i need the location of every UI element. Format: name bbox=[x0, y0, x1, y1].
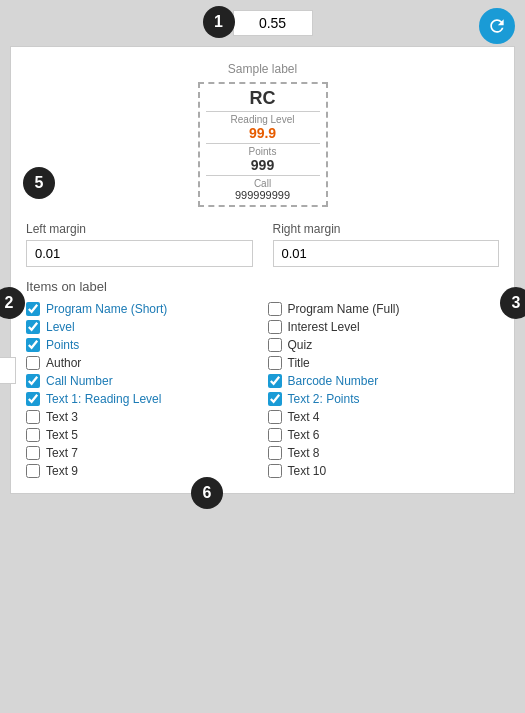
side-value-container bbox=[0, 357, 16, 384]
checkbox[interactable] bbox=[26, 410, 40, 424]
checkbox[interactable] bbox=[268, 320, 282, 334]
points-label: Points bbox=[206, 146, 320, 157]
right-margin-field: Right margin bbox=[273, 222, 500, 267]
call-value: 999999999 bbox=[206, 189, 320, 201]
checkbox[interactable] bbox=[26, 446, 40, 460]
list-item: Call Number bbox=[26, 374, 258, 388]
badge-5: 5 bbox=[23, 167, 55, 199]
left-margin-label: Left margin bbox=[26, 222, 253, 236]
checkbox-label: Text 3 bbox=[46, 410, 78, 424]
sample-label-section: Sample label RC Reading Level 99.9 Point… bbox=[26, 62, 499, 207]
margins-row: Left margin Right margin bbox=[26, 222, 499, 267]
checkbox-label: Program Name (Full) bbox=[288, 302, 400, 316]
label-box: RC Reading Level 99.9 Points 999 Call 99… bbox=[198, 82, 328, 207]
list-item: Text 7 bbox=[26, 446, 258, 460]
sample-label-title: Sample label bbox=[198, 62, 328, 76]
points-value: 999 bbox=[206, 157, 320, 176]
list-item: Quiz bbox=[268, 338, 500, 352]
checkbox[interactable] bbox=[26, 302, 40, 316]
badge-3: 3 bbox=[500, 287, 525, 319]
checkbox-label: Interest Level bbox=[288, 320, 360, 334]
checkbox[interactable] bbox=[26, 392, 40, 406]
checkbox[interactable] bbox=[268, 302, 282, 316]
list-item: Text 6 bbox=[268, 428, 500, 442]
list-item: Interest Level bbox=[268, 320, 500, 334]
checkbox-label: Quiz bbox=[288, 338, 313, 352]
checkbox-label: Author bbox=[46, 356, 81, 370]
list-item: Level bbox=[26, 320, 258, 334]
side-value-input[interactable] bbox=[0, 358, 15, 383]
checkbox[interactable] bbox=[268, 446, 282, 460]
checkbox-label: Text 7 bbox=[46, 446, 78, 460]
checkbox-label: Text 5 bbox=[46, 428, 78, 442]
checkbox-label: Text 1: Reading Level bbox=[46, 392, 161, 406]
list-item: Text 3 bbox=[26, 410, 258, 424]
checkbox[interactable] bbox=[268, 338, 282, 352]
list-item: Program Name (Short) bbox=[26, 302, 258, 316]
checkbox-label: Points bbox=[46, 338, 79, 352]
badge-1: 1 bbox=[203, 6, 235, 38]
reading-level-label: Reading Level bbox=[206, 114, 320, 125]
list-item: Text 1: Reading Level bbox=[26, 392, 258, 406]
checkbox-label: Text 6 bbox=[288, 428, 320, 442]
checkbox[interactable] bbox=[26, 464, 40, 478]
list-item: Points bbox=[26, 338, 258, 352]
checkbox[interactable] bbox=[268, 464, 282, 478]
list-item: Program Name (Full) bbox=[268, 302, 500, 316]
right-margin-label: Right margin bbox=[273, 222, 500, 236]
checkbox[interactable] bbox=[268, 374, 282, 388]
list-item: Author bbox=[26, 356, 258, 370]
checkbox[interactable] bbox=[268, 428, 282, 442]
items-grid: Program Name (Short)Program Name (Full)L… bbox=[26, 302, 499, 478]
checkbox-label: Text 4 bbox=[288, 410, 320, 424]
left-margin-input[interactable] bbox=[26, 240, 253, 267]
refresh-icon bbox=[487, 16, 507, 36]
refresh-button[interactable] bbox=[479, 8, 515, 44]
checkbox[interactable] bbox=[26, 356, 40, 370]
checkbox-label: Barcode Number bbox=[288, 374, 379, 388]
list-item: Text 5 bbox=[26, 428, 258, 442]
list-item: Text 2: Points bbox=[268, 392, 500, 406]
checkbox-label: Title bbox=[288, 356, 310, 370]
checkbox-label: Text 2: Points bbox=[288, 392, 360, 406]
reading-level-value: 99.9 bbox=[206, 125, 320, 144]
checkbox[interactable] bbox=[26, 320, 40, 334]
call-label: Call bbox=[206, 178, 320, 189]
items-section-title: Items on label bbox=[26, 279, 499, 294]
badge-6: 6 bbox=[191, 477, 223, 509]
list-item: Text 9 bbox=[26, 464, 258, 478]
list-item: Text 8 bbox=[268, 446, 500, 460]
checkbox-label: Text 10 bbox=[288, 464, 327, 478]
list-item: Text 4 bbox=[268, 410, 500, 424]
checkbox[interactable] bbox=[268, 392, 282, 406]
right-margin-input[interactable] bbox=[273, 240, 500, 267]
checkbox[interactable] bbox=[26, 338, 40, 352]
checkbox-label: Text 8 bbox=[288, 446, 320, 460]
checkbox-label: Call Number bbox=[46, 374, 113, 388]
checkbox-label: Level bbox=[46, 320, 75, 334]
label-rc: RC bbox=[206, 88, 320, 112]
top-value-input[interactable] bbox=[233, 10, 313, 36]
sample-label-container: Sample label RC Reading Level 99.9 Point… bbox=[198, 62, 328, 207]
checkbox-label: Text 9 bbox=[46, 464, 78, 478]
list-item: Title bbox=[268, 356, 500, 370]
checkbox-label: Program Name (Short) bbox=[46, 302, 167, 316]
checkbox[interactable] bbox=[26, 374, 40, 388]
list-item: Text 10 bbox=[268, 464, 500, 478]
main-panel: 5 2 3 6 4 Sample label RC Reading Level … bbox=[10, 46, 515, 494]
badge-2: 2 bbox=[0, 287, 25, 319]
list-item: Barcode Number bbox=[268, 374, 500, 388]
checkbox[interactable] bbox=[26, 428, 40, 442]
top-bar: 1 bbox=[10, 10, 515, 36]
checkbox[interactable] bbox=[268, 356, 282, 370]
checkbox[interactable] bbox=[268, 410, 282, 424]
left-margin-field: Left margin bbox=[26, 222, 253, 267]
